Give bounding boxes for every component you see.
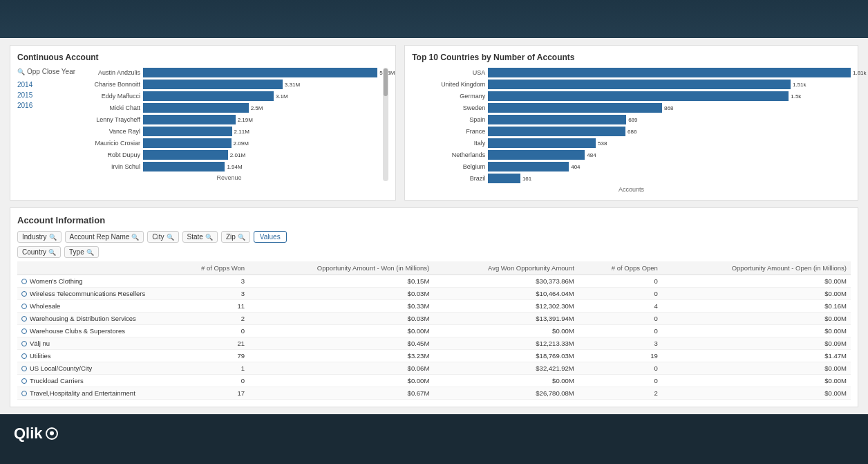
table-row[interactable]: Välj nu 21 $0.45M $12,213.33M 3 $0.09M xyxy=(17,337,851,350)
col-header-opps-won: # of Opps Won xyxy=(169,261,249,275)
row-avg-won: $18,769.03M xyxy=(433,350,578,362)
bar-label: Netherlands xyxy=(412,151,488,158)
bar-label: Charise Bonnoitt xyxy=(81,81,143,88)
bar-fill xyxy=(488,174,520,183)
bar-fill xyxy=(143,80,283,89)
table-row[interactable]: Warehouse Clubs & Superstores 0 $0.00M $… xyxy=(17,325,851,337)
bar-fill xyxy=(143,138,232,148)
row-amt-won: $0.15M xyxy=(249,275,433,288)
row-opps-won: 0 xyxy=(169,375,249,387)
year-2016[interactable]: 2016 xyxy=(17,100,75,111)
bar-label: Italy xyxy=(412,140,488,147)
left-chart-title: Continuous Account xyxy=(17,53,388,62)
account-table: # of Opps Won Opportunity Amount - Won (… xyxy=(17,261,851,400)
row-name: Women's Clothing xyxy=(17,275,169,288)
right-bar-row: Germany 1.5k xyxy=(412,91,851,101)
industry-search-icon: 🔍 xyxy=(49,234,57,241)
bar-label: Austin Andzulis xyxy=(81,69,143,76)
table-row[interactable]: Travel,Hospitality and Entertainment 17 … xyxy=(17,387,851,400)
table-row[interactable]: Wholesale 11 $0.33M $12,302.30M 4 $0.16M xyxy=(17,300,851,313)
main-content: Continuous Account 🔍 Opp Close Year 2014… xyxy=(0,38,868,414)
filter-row-2: Country 🔍 Type 🔍 xyxy=(17,246,851,258)
row-avg-won: $30,373.86M xyxy=(433,275,578,288)
filter-zip-label: Zip xyxy=(226,233,236,241)
bar-container: 868 xyxy=(488,103,851,113)
row-avg-won: $26,780.08M xyxy=(433,387,578,400)
filter-country[interactable]: Country 🔍 xyxy=(17,246,61,258)
filter-industry[interactable]: Industry 🔍 xyxy=(17,231,62,243)
filter-zip[interactable]: Zip 🔍 xyxy=(221,231,250,243)
bar-container: 5.56M xyxy=(143,68,377,77)
row-avg-won: $13,391.94M xyxy=(433,313,578,325)
right-bar-row: Netherlands 484 xyxy=(412,150,851,160)
values-button[interactable]: Values xyxy=(254,231,287,243)
acct-rep-search-icon: 🔍 xyxy=(131,234,139,241)
right-chart-panel: Top 10 Countries by Number of Accounts U… xyxy=(404,45,858,201)
table-row[interactable]: US Local/County/City 1 $0.06M $32,421.92… xyxy=(17,362,851,375)
filter-type[interactable]: Type 🔍 xyxy=(64,246,99,258)
right-bar-row: Spain 689 xyxy=(412,115,851,124)
row-opps-won: 11 xyxy=(169,300,249,313)
bar-container: 484 xyxy=(488,150,851,160)
row-icon xyxy=(21,328,27,334)
bar-value: 484 xyxy=(587,152,596,158)
bar-label: Micki Chatt xyxy=(81,104,143,111)
bar-label: Belgium xyxy=(412,163,488,170)
bar-container: 538 xyxy=(488,138,851,148)
row-opps-open: 0 xyxy=(578,375,662,387)
filter-account-rep[interactable]: Account Rep Name 🔍 xyxy=(65,231,144,243)
row-name: Utilities xyxy=(17,350,169,362)
row-opps-won: 1 xyxy=(169,362,249,375)
city-search-icon: 🔍 xyxy=(167,234,174,241)
bar-container: 686 xyxy=(488,127,851,136)
row-amt-open: $0.00M xyxy=(662,313,851,325)
bar-container: 1.94M xyxy=(143,162,377,171)
row-opps-won: 2 xyxy=(169,313,249,325)
table-header-row: # of Opps Won Opportunity Amount - Won (… xyxy=(17,261,851,275)
bar-value: 2.09M xyxy=(234,140,249,147)
row-amt-won: $3.23M xyxy=(249,350,433,362)
table-row[interactable]: Wireless Telecommunications Resellers 3 … xyxy=(17,288,851,300)
table-row[interactable]: Warehousing & Distribution Services 2 $0… xyxy=(17,313,851,325)
filter-country-label: Country xyxy=(22,248,46,256)
bar-label: United Kingdom xyxy=(412,81,488,88)
filter-state[interactable]: State 🔍 xyxy=(182,231,218,243)
filter-city[interactable]: City 🔍 xyxy=(147,231,178,243)
bar-container: 2.09M xyxy=(143,138,377,148)
row-opps-open: 3 xyxy=(578,337,662,350)
row-name: US Local/County/City xyxy=(17,362,169,375)
left-bars-container: Austin Andzulis 5.56M Charise Bonnoitt 3… xyxy=(81,68,377,171)
bar-label: Robt Dupuy xyxy=(81,151,143,158)
row-opps-open: 0 xyxy=(578,325,662,337)
bar-container: 689 xyxy=(488,115,851,124)
row-name: Travel,Hospitality and Entertainment xyxy=(17,387,169,400)
left-bar-row: Vance Rayl 2.11M xyxy=(81,127,377,136)
left-bar-row: Irvin Schul 1.94M xyxy=(81,162,377,171)
row-opps-won: 21 xyxy=(169,337,249,350)
bar-fill xyxy=(488,91,789,101)
year-2015[interactable]: 2015 xyxy=(17,90,75,100)
bar-value: 1.5k xyxy=(791,93,801,100)
row-name: Välj nu xyxy=(17,337,169,350)
row-icon xyxy=(21,378,27,384)
row-opps-won: 3 xyxy=(169,288,249,300)
year-filter: 🔍 Opp Close Year 2014 2015 2016 xyxy=(17,68,75,181)
right-bar-row: France 686 xyxy=(412,127,851,136)
bar-label: Brazil xyxy=(412,175,488,182)
filter-account-rep-label: Account Rep Name xyxy=(70,233,130,241)
left-scrollbar[interactable] xyxy=(383,68,388,181)
row-icon xyxy=(21,316,27,322)
bar-container: 404 xyxy=(488,162,851,171)
bar-value: 868 xyxy=(664,105,673,111)
left-scroll-thumb xyxy=(384,68,388,96)
row-icon xyxy=(21,366,27,371)
left-bar-row: Austin Andzulis 5.56M xyxy=(81,68,377,77)
filter-city-label: City xyxy=(152,233,164,241)
row-opps-won: 17 xyxy=(169,387,249,400)
year-2014[interactable]: 2014 xyxy=(17,80,75,90)
top-bar xyxy=(0,0,868,38)
table-row[interactable]: Women's Clothing 3 $0.15M $30,373.86M 0 … xyxy=(17,275,851,288)
left-bar-row: Lenny Traycheff 2.19M xyxy=(81,115,377,124)
table-row[interactable]: Truckload Carriers 0 $0.00M $0.00M 0 $0.… xyxy=(17,375,851,387)
table-row[interactable]: Utilities 79 $3.23M $18,769.03M 19 $1.47… xyxy=(17,350,851,362)
